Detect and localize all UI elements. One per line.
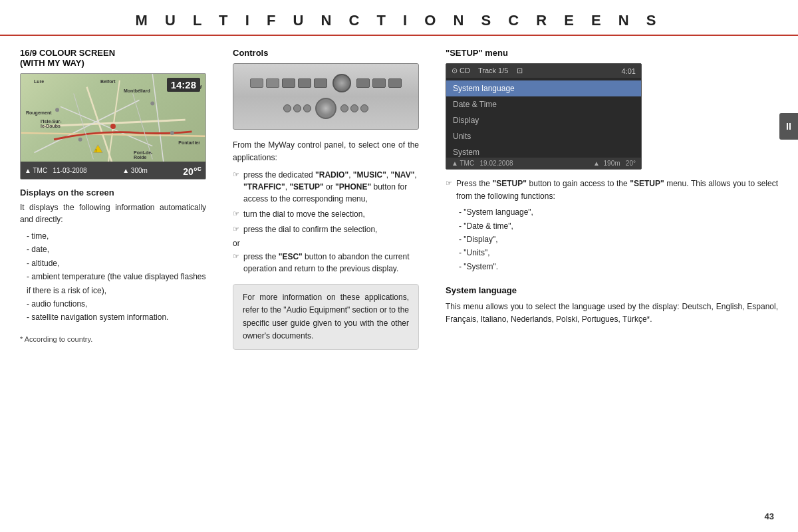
- setup-bottombar-left: ▲ TMC 19.02.2008: [452, 160, 513, 167]
- finger-icon-3: ☞: [233, 223, 239, 235]
- page-number: 43: [765, 511, 774, 521]
- map-label-montbeliard: Montbéliard: [124, 88, 150, 93]
- setup-menu-items: System language Date & Time Display Unit…: [446, 78, 641, 163]
- bullet-list: time, date, altitude, ambient temperatur…: [20, 229, 206, 325]
- setup-item-system: "System".: [459, 260, 778, 273]
- map-label-pontroide: Pont-de-Roide: [134, 150, 152, 160]
- controls-intro: From the MyWay control panel, to select …: [233, 139, 419, 164]
- setup-screen: ⊙ CD Track 1/5 ⊡ 4:01 System language Da…: [446, 63, 642, 170]
- instruction-or-text: press the "ESC" button to abandon the cu…: [243, 251, 419, 275]
- map-label-rougement: Rougement: [26, 110, 52, 115]
- map-image: ! Lure Belfort Montbéliard Alban Rougeme…: [20, 73, 206, 180]
- setup-items-list: "System language", "Date & time", "Displ…: [446, 205, 778, 273]
- right-column: "SETUP" menu ⊙ CD Track 1/5 ⊡ 4:01 Syste…: [432, 48, 778, 521]
- map-time: 14:28: [167, 78, 200, 92]
- setup-item-datetime: "Date & time",: [459, 219, 778, 233]
- screen-title: 16/9 COLOUR SCREEN(WITH MY WAY): [20, 48, 206, 68]
- svg-point-13: [170, 131, 174, 135]
- svg-text:!: !: [95, 148, 96, 153]
- or-label: or: [233, 239, 419, 248]
- map-inner: ! Lure Belfort Montbéliard Alban Rougeme…: [21, 74, 205, 179]
- setup-item-language: "System language",: [459, 205, 778, 219]
- setup-title: "SETUP" menu: [446, 48, 778, 58]
- displays-intro: It displays the following information au…: [20, 201, 206, 225]
- instruction-3: ☞ press the dial to confirm the selectio…: [233, 223, 419, 235]
- map-label-lure: Lure: [34, 79, 44, 84]
- svg-point-12: [78, 138, 82, 142]
- instruction-1: ☞ press the dedicated "RADIO", "MUSIC", …: [233, 169, 419, 205]
- bullet-item-altitude: altitude,: [27, 257, 206, 270]
- bullet-item-time: time,: [27, 229, 206, 243]
- svg-point-11: [110, 124, 116, 129]
- map-tmc-date: ▲ TMC 11-03-2008: [25, 167, 87, 174]
- bullet-item-temp: ambient temperature (the value displayed…: [27, 270, 206, 297]
- controls-title: Controls: [233, 48, 419, 58]
- map-bottom-bar: ▲ TMC 11-03-2008 ▲ 300m 20°c: [21, 162, 205, 179]
- map-label-pontarlier: Pontarlier: [178, 140, 200, 145]
- finger-icon-2: ☞: [233, 208, 239, 219]
- setup-item-units: "Units",: [459, 246, 778, 259]
- instruction-2-text: turn the dial to move the selection,: [243, 208, 365, 220]
- bullet-item-date: date,: [27, 243, 206, 256]
- tab-indicator: II: [779, 113, 798, 140]
- setup-menu-item-display[interactable]: Display: [446, 112, 641, 128]
- left-column: 16/9 COLOUR SCREEN(WITH MY WAY): [20, 48, 219, 521]
- finger-icon-or: ☞: [233, 251, 239, 262]
- system-language-title: System language: [446, 285, 778, 295]
- setup-finger-icon: ☞: [446, 178, 452, 189]
- bullet-item-nav: satellite navigation system information.: [27, 311, 206, 324]
- info-box: For more information on these applicatio…: [233, 284, 419, 350]
- setup-topbar-left: ⊙ CD Track 1/5 ⊡: [452, 66, 523, 75]
- setup-menu-item-units[interactable]: Units: [446, 128, 641, 144]
- setup-description-block: ☞ Press the "SETUP" button to gain acces…: [446, 178, 778, 273]
- bullet-item-audio: audio functions,: [27, 297, 206, 311]
- svg-point-10: [150, 101, 154, 105]
- finger-icon-1: ☞: [233, 169, 239, 180]
- footnote: * According to country.: [20, 325, 206, 343]
- svg-line-8: [133, 94, 153, 160]
- page-title: M U L T I F U N C T I O N S C R E E N S: [0, 12, 798, 29]
- map-label-isle: l'Isle-Sur-le-Doubs: [41, 119, 62, 128]
- map-temp: 20°c: [183, 164, 201, 177]
- page-header: M U L T I F U N C T I O N S C R E E N S: [0, 0, 798, 36]
- system-language-text: This menu allows you to select the langu…: [446, 301, 778, 325]
- svg-line-7: [74, 94, 94, 160]
- setup-menu-item-datetime[interactable]: Date & Time: [446, 96, 641, 112]
- setup-bottombar-right: ▲ 190m 20°: [593, 160, 636, 167]
- map-label-belfort: Belfort: [100, 79, 116, 84]
- map-distance: ▲ 300m: [122, 167, 148, 174]
- setup-topbar: ⊙ CD Track 1/5 ⊡ 4:01: [446, 64, 641, 78]
- setup-menu-item-language[interactable]: System language: [446, 80, 641, 96]
- setup-item-display: "Display",: [459, 233, 778, 246]
- setup-bottombar: ▲ TMC 19.02.2008 ▲ 190m 20°: [446, 158, 641, 169]
- instruction-or: ☞ press the "ESC" button to abandon the …: [233, 251, 419, 275]
- middle-column: Controls: [219, 48, 432, 521]
- content-area: 16/9 COLOUR SCREEN(WITH MY WAY): [0, 36, 798, 528]
- setup-description: Press the "SETUP" button to gain access …: [456, 178, 778, 202]
- displays-title: Displays on the screen: [20, 188, 206, 198]
- controls-image: [233, 63, 419, 130]
- setup-topbar-right: 4:01: [622, 67, 636, 75]
- svg-point-9: [55, 108, 59, 112]
- system-language-section: System language This menu allows you to …: [446, 285, 778, 325]
- instruction-2: ☞ turn the dial to move the selection,: [233, 208, 419, 220]
- instruction-3-text: press the dial to confirm the selection,: [243, 223, 377, 235]
- instruction-1-text: press the dedicated "RADIO", "MUSIC", "N…: [243, 169, 419, 205]
- setup-finger-bullet: ☞ Press the "SETUP" button to gain acces…: [446, 178, 778, 202]
